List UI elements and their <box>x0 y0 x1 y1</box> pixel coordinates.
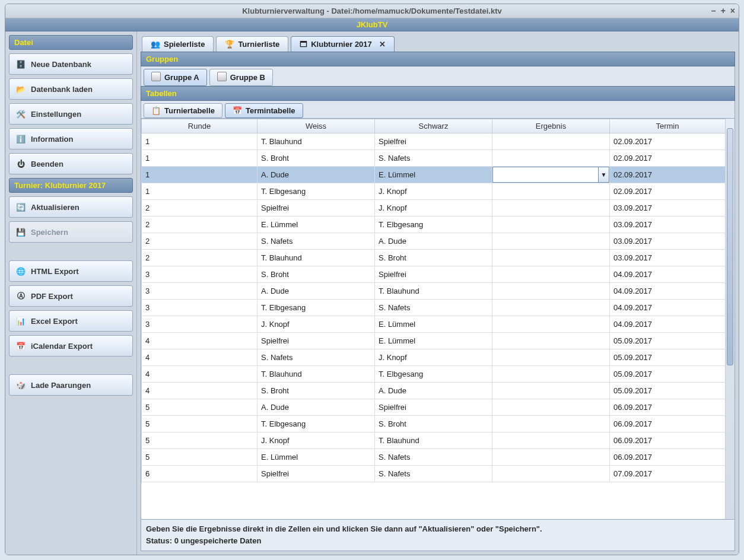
cell-termin[interactable]: 07.09.2017 <box>610 466 726 482</box>
table-row[interactable]: 6SpielfreiS. Nafets07.09.2017 <box>142 466 726 482</box>
cell-ergebnis[interactable] <box>492 250 610 266</box>
table-row[interactable]: 4S. NafetsJ. Knopf05.09.2017 <box>142 349 726 366</box>
cell-runde[interactable]: 5 <box>142 399 257 416</box>
cell-runde[interactable]: 5 <box>142 449 257 466</box>
cell-weiss[interactable]: Spielfrei <box>257 466 375 482</box>
cell-termin[interactable]: 02.09.2017 <box>610 183 726 200</box>
cell-schwarz[interactable]: T. Blauhund <box>375 432 492 449</box>
cell-schwarz[interactable]: S. Nafets <box>375 300 492 316</box>
tab-spielerliste[interactable]: 👥Spielerliste <box>142 36 214 52</box>
cell-runde[interactable]: 2 <box>142 200 257 217</box>
cell-termin[interactable]: 02.09.2017 <box>610 167 726 183</box>
table-row[interactable]: 2S. NafetsA. Dude03.09.2017 <box>142 233 726 250</box>
cell-schwarz[interactable]: Spielfrei <box>375 266 492 283</box>
table-row[interactable]: 1T. ElbgesangJ. Knopf02.09.2017 <box>142 183 726 200</box>
cell-termin[interactable]: 04.09.2017 <box>610 316 726 333</box>
load-pairings-button[interactable]: 🎲Lade Paarungen <box>9 374 133 396</box>
table-row[interactable]: 2SpielfreiJ. Knopf03.09.2017 <box>142 200 726 217</box>
cell-termin[interactable]: 04.09.2017 <box>610 283 726 300</box>
cell-schwarz[interactable]: E. Lümmel <box>375 316 492 333</box>
cell-schwarz[interactable]: T. Elbgesang <box>375 217 492 233</box>
scrollbar-thumb[interactable] <box>727 128 733 365</box>
cell-termin[interactable]: 06.09.2017 <box>610 399 726 416</box>
cell-termin[interactable]: 06.09.2017 <box>610 432 726 449</box>
ergebnis-dropdown[interactable]: 0 - 1½ - ½1 - 0- / ++ / - <box>492 183 609 183</box>
cell-schwarz[interactable]: S. Nafets <box>375 150 492 167</box>
cell-weiss[interactable]: J. Knopf <box>257 316 375 333</box>
cell-runde[interactable]: 5 <box>142 432 257 449</box>
cell-weiss[interactable]: T. Blauhund <box>257 366 375 383</box>
cell-termin[interactable]: 06.09.2017 <box>610 449 726 466</box>
cell-runde[interactable]: 1 <box>142 167 257 183</box>
cell-ergebnis[interactable] <box>492 150 610 167</box>
cell-schwarz[interactable]: T. Blauhund <box>375 283 492 300</box>
cell-runde[interactable]: 3 <box>142 283 257 300</box>
table-row[interactable]: 5E. LümmelS. Nafets06.09.2017 <box>142 449 726 466</box>
ergebnis-combobox[interactable]: ▼ <box>492 167 609 183</box>
cell-weiss[interactable]: J. Knopf <box>257 432 375 449</box>
refresh-button[interactable]: 🔄Aktualisieren <box>9 196 133 218</box>
cell-ergebnis[interactable] <box>492 432 610 449</box>
excel-export-button[interactable]: 📊Excel Export <box>9 310 133 332</box>
table-row[interactable]: 2E. LümmelT. Elbgesang03.09.2017 <box>142 217 726 233</box>
cell-weiss[interactable]: A. Dude <box>257 283 375 300</box>
cell-schwarz[interactable]: J. Knopf <box>375 349 492 366</box>
table-row[interactable]: 3J. KnopfE. Lümmel04.09.2017 <box>142 316 726 333</box>
cell-ergebnis[interactable] <box>492 449 610 466</box>
new-database-button[interactable]: 🗄️Neue Datenbank <box>9 53 133 75</box>
cell-ergebnis[interactable] <box>492 200 610 217</box>
settings-button[interactable]: 🛠️Einstellungen <box>9 103 133 125</box>
cell-ergebnis[interactable] <box>492 399 610 416</box>
cell-weiss[interactable]: T. Elbgesang <box>257 300 375 316</box>
cell-runde[interactable]: 3 <box>142 316 257 333</box>
cell-weiss[interactable]: S. Broht <box>257 150 375 167</box>
col-ergebnis[interactable]: Ergebnis <box>492 119 610 133</box>
cell-schwarz[interactable]: A. Dude <box>375 383 492 399</box>
cell-ergebnis[interactable] <box>492 316 610 333</box>
cell-ergebnis[interactable] <box>492 466 610 482</box>
cell-schwarz[interactable]: A. Dude <box>375 233 492 250</box>
cell-schwarz[interactable]: S. Nafets <box>375 449 492 466</box>
cell-ergebnis[interactable] <box>492 183 610 200</box>
save-button[interactable]: 💾Speichern <box>9 221 133 243</box>
cell-ergebnis[interactable] <box>492 333 610 349</box>
cell-schwarz[interactable]: T. Elbgesang <box>375 366 492 383</box>
cell-termin[interactable]: 05.09.2017 <box>610 366 726 383</box>
table-row[interactable]: 1A. DudeE. Lümmel▼0 - 1½ - ½1 - 0- / ++ … <box>142 167 726 183</box>
minimize-icon[interactable]: – <box>711 6 716 15</box>
cell-ergebnis[interactable] <box>492 349 610 366</box>
table-row[interactable]: 4SpielfreiE. Lümmel05.09.2017 <box>142 333 726 349</box>
information-button[interactable]: ℹ️Information <box>9 128 133 149</box>
cell-runde[interactable]: 4 <box>142 349 257 366</box>
tab-gruppe-b[interactable]: Gruppe B <box>209 69 273 86</box>
col-weiss[interactable]: Weiss <box>257 119 375 133</box>
load-database-button[interactable]: 📂Datenbank laden <box>9 78 133 100</box>
table-row[interactable]: 5A. DudeSpielfrei06.09.2017 <box>142 399 726 416</box>
cell-termin[interactable]: 05.09.2017 <box>610 349 726 366</box>
cell-termin[interactable]: 05.09.2017 <box>610 333 726 349</box>
cell-runde[interactable]: 4 <box>142 383 257 399</box>
cell-ergebnis[interactable] <box>492 366 610 383</box>
tab-turniertabelle[interactable]: 📋Turniertabelle <box>144 103 222 118</box>
cell-ergebnis[interactable] <box>492 133 610 150</box>
cell-schwarz[interactable]: Spielfrei <box>375 399 492 416</box>
col-runde[interactable]: Runde <box>142 119 257 133</box>
cell-ergebnis[interactable] <box>492 383 610 399</box>
close-icon[interactable]: × <box>730 6 735 15</box>
cell-runde[interactable]: 2 <box>142 217 257 233</box>
cell-runde[interactable]: 4 <box>142 366 257 383</box>
cell-ergebnis[interactable] <box>492 266 610 283</box>
table-row[interactable]: 1S. BrohtS. Nafets02.09.2017 <box>142 150 726 167</box>
cell-runde[interactable]: 5 <box>142 416 257 432</box>
icalendar-export-button[interactable]: 📅iCalendar Export <box>9 335 133 357</box>
cell-ergebnis[interactable] <box>492 416 610 432</box>
pdf-export-button[interactable]: ⒶPDF Export <box>9 285 133 307</box>
cell-runde[interactable]: 3 <box>142 266 257 283</box>
cell-schwarz[interactable]: J. Knopf <box>375 200 492 217</box>
cell-termin[interactable]: 03.09.2017 <box>610 250 726 266</box>
cell-weiss[interactable]: E. Lümmel <box>257 449 375 466</box>
schedule-table[interactable]: Runde Weiss Schwarz Ergebnis Termin 1T. … <box>141 119 725 482</box>
cell-schwarz[interactable]: J. Knopf <box>375 183 492 200</box>
cell-ergebnis[interactable] <box>492 300 610 316</box>
table-row[interactable]: 3S. BrohtSpielfrei04.09.2017 <box>142 266 726 283</box>
